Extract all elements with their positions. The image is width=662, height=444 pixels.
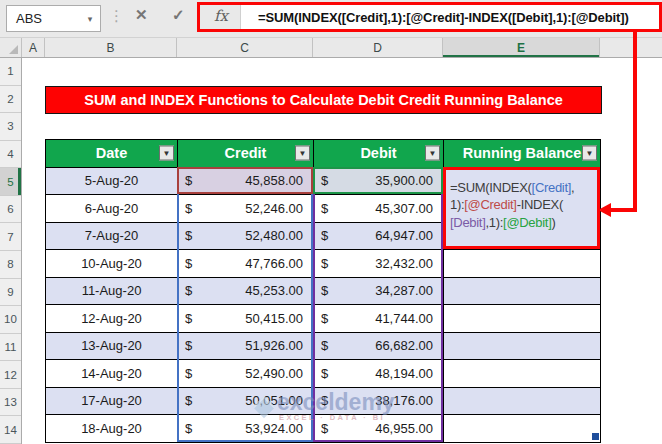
credit-value: 53,924.00: [245, 421, 303, 436]
credit-value: 52,490.00: [245, 366, 303, 381]
cell-debit[interactable]: $46,955.00: [314, 415, 444, 443]
cell-date[interactable]: 10-Aug-20: [46, 250, 178, 278]
credit-value: 51,926.00: [245, 338, 303, 353]
cell-credit[interactable]: $45,253.00: [178, 278, 314, 306]
table-header-date: Date▼: [46, 140, 178, 168]
row-header-3[interactable]: 3: [0, 113, 21, 141]
formula-segment-black: ): [551, 215, 555, 230]
cell-debit[interactable]: $34,287.00: [314, 278, 444, 306]
formula-segment-black: ,1):: [485, 215, 503, 230]
row-header-4[interactable]: 4: [0, 141, 21, 169]
debit-value: 64,947.00: [375, 228, 433, 243]
debit-value: 41,744.00: [375, 311, 433, 326]
cancel-icon[interactable]: ✕: [135, 6, 148, 24]
cell-credit[interactable]: $52,490.00: [178, 360, 314, 388]
formula-segment-black: ,: [571, 180, 574, 195]
cell-running-balance[interactable]: [444, 278, 601, 306]
currency-symbol: $: [321, 228, 328, 243]
row-header-11[interactable]: 11: [0, 334, 21, 362]
cell-running-balance[interactable]: [444, 388, 601, 416]
debit-value: 66,682.00: [375, 338, 433, 353]
currency-symbol: $: [185, 338, 192, 353]
cell-date[interactable]: 12-Aug-20: [46, 305, 178, 333]
cell-running-balance[interactable]: [444, 250, 601, 278]
cell-debit[interactable]: $45,307.00: [314, 195, 444, 223]
cell-running-balance[interactable]: [444, 415, 601, 443]
cell-debit[interactable]: $41,744.00: [314, 305, 444, 333]
credit-value: 45,858.00: [245, 173, 303, 188]
chevron-down-icon[interactable]: ▾: [80, 14, 100, 24]
column-header-filler: [600, 38, 662, 57]
cell-debit[interactable]: $64,947.00: [314, 223, 444, 251]
filter-dropdown-icon[interactable]: ▼: [425, 146, 440, 161]
cell-running-balance[interactable]: [444, 305, 601, 333]
cell-credit[interactable]: $50,415.00: [178, 305, 314, 333]
row-header-12[interactable]: 12: [0, 361, 21, 389]
column-header-d[interactable]: D: [313, 38, 443, 57]
row-header-9[interactable]: 9: [0, 279, 21, 307]
row-header-5[interactable]: 5: [0, 168, 21, 196]
filter-dropdown-icon[interactable]: ▼: [159, 146, 174, 161]
cell-credit[interactable]: $47,766.00: [178, 250, 314, 278]
cell-debit[interactable]: $38,176.00: [314, 388, 444, 416]
grip-icon: ⋮: [109, 7, 124, 25]
column-header-c[interactable]: C: [177, 38, 313, 57]
enter-icon[interactable]: ✓: [172, 6, 185, 24]
cell-credit[interactable]: $51,926.00: [178, 333, 314, 361]
table-resize-handle[interactable]: [592, 433, 599, 440]
cell-date[interactable]: 5-Aug-20: [46, 168, 178, 196]
cell-date[interactable]: 14-Aug-20: [46, 360, 178, 388]
column-header-b[interactable]: B: [45, 38, 177, 57]
cell-credit[interactable]: $50,051.00: [178, 388, 314, 416]
insert-function-icon[interactable]: fx: [207, 7, 235, 25]
row-header-14[interactable]: 14: [0, 416, 21, 444]
currency-symbol: $: [321, 256, 328, 271]
row-header-6[interactable]: 6: [0, 196, 21, 224]
currency-symbol: $: [185, 283, 192, 298]
filter-dropdown-icon[interactable]: ▼: [295, 146, 310, 161]
cell-running-balance[interactable]: [444, 333, 601, 361]
row-header-13[interactable]: 13: [0, 389, 21, 417]
cell-date[interactable]: 11-Aug-20: [46, 278, 178, 306]
formula-segment-black: 1):: [450, 197, 464, 212]
formula-segment-blue: [Credit]: [532, 180, 572, 195]
name-box-value: ABS: [7, 11, 80, 26]
formula-line: =SUM(INDEX([Credit],: [450, 179, 595, 197]
cell-debit[interactable]: $35,900.00: [314, 168, 444, 196]
cell-date[interactable]: 18-Aug-20: [46, 415, 178, 443]
row-header-2[interactable]: 2: [0, 86, 21, 114]
column-header-e[interactable]: E: [443, 38, 600, 57]
row-header-7[interactable]: 7: [0, 223, 21, 251]
cell-credit[interactable]: $52,246.00: [178, 195, 314, 223]
debit-value: 45,307.00: [375, 201, 433, 216]
name-box[interactable]: ABS ▾: [6, 5, 101, 32]
cell-debit[interactable]: $66,682.00: [314, 333, 444, 361]
cell-date[interactable]: 7-Aug-20: [46, 223, 178, 251]
row-header-1[interactable]: 1: [0, 58, 21, 86]
table-header-credit: Credit▼: [178, 140, 314, 168]
row-header-8[interactable]: 8: [0, 251, 21, 279]
currency-symbol: $: [185, 256, 192, 271]
formula-segment-black: -INDEX(: [517, 197, 563, 212]
row-header-10[interactable]: 10: [0, 306, 21, 334]
cell-debit[interactable]: $32,432.00: [314, 250, 444, 278]
cell-date[interactable]: 13-Aug-20: [46, 333, 178, 361]
cell-credit[interactable]: $53,924.00: [178, 415, 314, 443]
select-all-corner[interactable]: [0, 38, 22, 57]
formula-line: [Debit],1):[@Debit]): [450, 214, 595, 232]
column-header-a[interactable]: A: [22, 38, 45, 57]
filter-dropdown-icon[interactable]: ▼: [582, 146, 597, 161]
cell-credit[interactable]: $45,858.00: [178, 168, 314, 196]
cell-date[interactable]: 6-Aug-20: [46, 195, 178, 223]
formula-text: =SUM(INDEX([Credit],1):[@Credit]-INDEX([…: [241, 10, 629, 25]
cell-credit[interactable]: $52,480.00: [178, 223, 314, 251]
currency-symbol: $: [185, 366, 192, 381]
cell-running-balance[interactable]: [444, 360, 601, 388]
formula-input[interactable]: =SUM(INDEX([Credit],1):[@Credit]-INDEX([…: [240, 3, 659, 31]
row-header-strip: 1234567891011121314: [0, 58, 22, 444]
cell-debit[interactable]: $48,194.00: [314, 360, 444, 388]
currency-symbol: $: [321, 311, 328, 326]
active-formula-cell[interactable]: =SUM(INDEX([Credit],1):[@Credit]-INDEX([…: [443, 167, 600, 250]
cell-date[interactable]: 17-Aug-20: [46, 388, 178, 416]
currency-symbol: $: [321, 393, 328, 408]
